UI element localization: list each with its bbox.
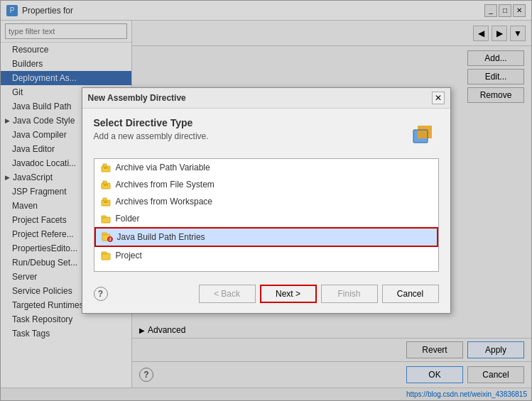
dialog-title-section: Select Directive Type Add a new assembly… (94, 117, 209, 141)
project-icon (100, 250, 112, 261)
list-item-archive-path[interactable]: Archive via Path Variable (94, 159, 438, 176)
archive-ws-label: Archives from Workspace (116, 197, 212, 207)
svg-rect-15 (102, 233, 107, 235)
dialog-titlebar: New Assembly Directive ✕ (82, 88, 450, 109)
svg-rect-11 (104, 202, 108, 203)
archive-ws-icon (100, 196, 112, 207)
dialog-header-row: Select Directive Type Add a new assembly… (94, 117, 439, 151)
svg-text:J: J (109, 237, 111, 241)
dialog-btn-group: < Back Next > Finish Cancel (199, 285, 439, 303)
dialog-subtitle: Add a new assembly directive. (94, 131, 209, 141)
dialog-main-title: Select Directive Type (94, 117, 209, 128)
list-item-archive-fs[interactable]: Archives from File System (94, 176, 438, 193)
folder-label: Folder (116, 214, 140, 224)
dialog-buttons: ? < Back Next > Finish Cancel (94, 280, 439, 304)
svg-rect-10 (103, 198, 107, 201)
svg-rect-5 (104, 167, 108, 169)
dialog-body: Select Directive Type Add a new assembly… (82, 109, 450, 313)
next-button[interactable]: Next > (260, 285, 317, 303)
java-build-path-label: Java Build Path Entries (117, 232, 205, 242)
dialog-overlay: New Assembly Directive ✕ Select Directiv… (0, 0, 532, 401)
finish-button[interactable]: Finish (321, 285, 378, 303)
list-item-java-build-path[interactable]: J Java Build Path Entries (94, 227, 438, 247)
svg-rect-8 (104, 185, 108, 186)
folder-icon (100, 213, 112, 224)
dialog-close-button[interactable]: ✕ (432, 92, 445, 104)
list-item-archive-ws[interactable]: Archives from Workspace (94, 193, 438, 210)
svg-rect-1 (418, 126, 432, 138)
archive-fs-label: Archives from File System (116, 180, 215, 189)
archive-path-label: Archive via Path Variable (116, 163, 210, 172)
cancel-button-dialog[interactable]: Cancel (382, 285, 439, 303)
list-item-project[interactable]: Project (94, 247, 438, 264)
svg-rect-13 (102, 216, 106, 218)
project-label: Project (116, 251, 142, 260)
directive-icon (405, 117, 439, 151)
back-button[interactable]: < Back (199, 285, 256, 303)
dialog-title: New Assembly Directive (88, 93, 186, 103)
list-item-folder[interactable]: Folder (94, 210, 438, 227)
svg-rect-19 (102, 252, 107, 254)
dialog-help-icon[interactable]: ? (94, 287, 108, 301)
archive-fs-icon (100, 179, 112, 190)
java-build-path-icon: J (102, 231, 113, 243)
archive-path-icon (100, 162, 112, 173)
dialog: New Assembly Directive ✕ Select Directiv… (82, 87, 451, 314)
dialog-list[interactable]: Archive via Path Variable Archives from … (94, 158, 439, 272)
svg-rect-4 (103, 164, 107, 167)
svg-rect-7 (103, 181, 107, 184)
